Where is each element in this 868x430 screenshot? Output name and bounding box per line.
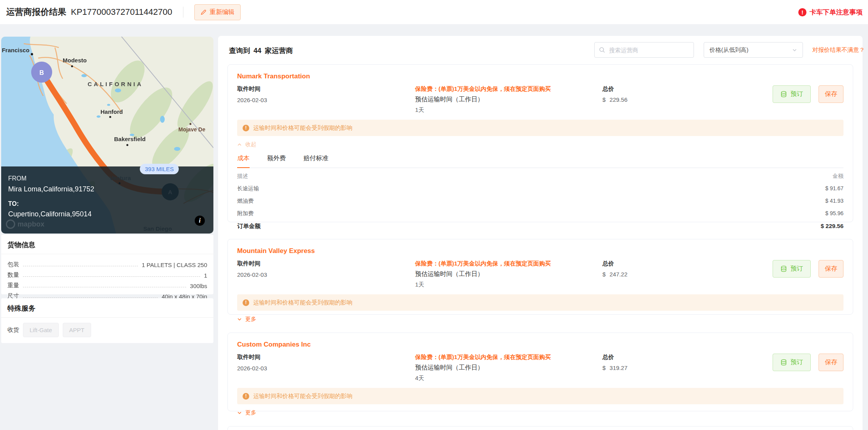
re-edit-label: 重新编辑	[210, 8, 234, 16]
book-button[interactable]: 预订	[773, 85, 811, 103]
chevron-down-icon	[237, 317, 242, 322]
warning-icon: !	[243, 299, 249, 306]
truck-order-notice-label: 卡车下单注意事项	[810, 8, 863, 17]
tag-lift-gate: Lift-Gate	[23, 323, 59, 337]
tab-cost[interactable]: 成本	[237, 154, 250, 168]
expand-toggle[interactable]: 更多	[237, 316, 256, 323]
pickup-time-label: 取件时间	[237, 354, 415, 361]
special-services-title: 特殊服务	[1, 298, 213, 318]
cost-table-header: 描述金额	[237, 170, 843, 182]
cargo-info-card: 货物信息 包装1 PALLETS | CLASS 250 数量1 重量300lb…	[1, 235, 213, 294]
re-edit-button[interactable]: 重新编辑	[194, 4, 241, 20]
book-button[interactable]: 预订	[773, 354, 811, 371]
to-label: TO:	[8, 200, 206, 207]
coins-icon	[780, 91, 787, 97]
holiday-warning: ! 运输时间和价格可能会受到假期的影响	[237, 294, 843, 311]
results-count: 44	[254, 47, 261, 55]
pickup-date: 2026-02-03	[237, 271, 415, 278]
book-label: 预订	[791, 90, 803, 98]
distance-badge: 393 MILES	[140, 164, 179, 174]
insurance-note: 保险费：(单票)1万美金以内免保，须在预定页面购买	[415, 85, 602, 93]
alert-icon: !	[798, 8, 806, 16]
order-id: KP1770003727011442700	[71, 7, 172, 17]
carrier-search[interactable]	[594, 42, 694, 58]
carrier-card-partial	[227, 426, 853, 430]
special-services-card: 特殊服务 收货 Lift-Gate APPT	[1, 298, 213, 343]
search-input[interactable]	[608, 46, 689, 54]
carrier-name: Numark Transportation	[237, 73, 843, 80]
total-price-value: $319.27	[602, 365, 747, 371]
save-button[interactable]: 保存	[819, 85, 843, 103]
sort-select-value: 价格(从低到高)	[710, 46, 748, 54]
to-address: Cupertino,California,95014	[8, 210, 206, 218]
cost-row-total: 订单金额$ 229.56	[237, 220, 843, 233]
warning-icon: !	[243, 393, 249, 400]
total-price-label: 总价	[602, 260, 747, 267]
chevron-down-icon	[792, 48, 797, 53]
pickup-time-label: 取件时间	[237, 260, 415, 267]
chevron-up-icon	[237, 142, 242, 147]
cargo-row-quantity: 数量1	[7, 268, 207, 279]
carrier-name: Custom Companies Inc	[237, 341, 843, 349]
label-modesto: Modesto	[63, 57, 87, 64]
save-button[interactable]: 保存	[819, 260, 843, 278]
cost-row-surcharge: 附加费$ 95.96	[237, 207, 843, 220]
book-label: 预订	[791, 358, 803, 366]
tab-compensation[interactable]: 赔付标准	[303, 154, 328, 168]
insurance-note: 保险费：(单票)1万美金以内免保，须在预定页面购买	[415, 260, 602, 267]
total-price-label: 总价	[602, 85, 747, 93]
warning-icon: !	[243, 125, 249, 131]
transit-time-label: 预估运输时间（工作日）	[415, 364, 602, 372]
results-summary: 查询到44家运营商	[229, 46, 293, 55]
book-button[interactable]: 预订	[773, 260, 811, 278]
svg-text:B: B	[39, 69, 44, 76]
cost-row-linehaul: 长途运输$ 91.67	[237, 182, 843, 195]
total-price-value: $229.56	[602, 96, 747, 103]
pickup-time-label: 取件时间	[237, 85, 415, 93]
marker-b: B	[31, 62, 52, 83]
total-price-label: 总价	[602, 354, 747, 361]
sort-select[interactable]: 价格(从低到高)	[704, 42, 803, 58]
save-button[interactable]: 保存	[819, 354, 843, 371]
cargo-row-weight: 重量300lbs	[7, 279, 207, 289]
carrier-card: Custom Companies Inc 取件时间 2026-02-03 保险费…	[227, 333, 853, 411]
label-hanford: Hanford	[100, 108, 123, 115]
insurance-note: 保险费：(单票)1万美金以内免保，须在预定页面购买	[415, 354, 602, 361]
coins-icon	[780, 265, 787, 272]
truck-order-notice-link[interactable]: ! 卡车下单注意事项	[798, 8, 863, 17]
carrier-name: Mountain Valley Express	[237, 247, 843, 255]
route-map[interactable]: A B San Francisco Modesto CALIFORNIA Han…	[1, 37, 213, 234]
transit-days: 1天	[415, 106, 602, 114]
pencil-icon	[201, 9, 206, 15]
carrier-card: Numark Transportation 取件时间 2026-02-03 保险…	[227, 64, 853, 222]
tab-extra-fees[interactable]: 额外费	[267, 154, 286, 168]
tag-appt: APPT	[63, 323, 91, 337]
label-mojave: Mojave De	[178, 126, 205, 133]
cargo-info-title: 货物信息	[1, 235, 213, 254]
total-price-value: $247.22	[602, 271, 747, 278]
from-label: FROM	[8, 175, 206, 182]
feedback-link[interactable]: 对报价结果不满意？	[812, 46, 865, 54]
quote-results-page: 运营商报价结果 KP1770003727011442700 重新编辑 ! 卡车下…	[0, 0, 868, 430]
transit-time-label: 预估运输时间（工作日）	[415, 96, 602, 104]
collapse-toggle[interactable]: 收起	[237, 141, 256, 148]
label-bakersfield: Bakersfield	[114, 136, 146, 142]
pickup-date: 2026-02-03	[237, 97, 415, 103]
transit-time-label: 预估运输时间（工作日）	[415, 270, 602, 278]
holiday-warning: ! 运输时间和价格可能会受到假期的影响	[237, 388, 843, 404]
divider	[183, 7, 183, 18]
expand-toggle[interactable]: 更多	[237, 409, 256, 416]
transit-days: 4天	[415, 375, 602, 382]
cost-row-fuel: 燃油费$ 41.93	[237, 195, 843, 207]
delivery-label: 收货	[7, 326, 19, 334]
carrier-card: Mountain Valley Express 取件时间 2026-02-03 …	[227, 239, 853, 315]
book-label: 预订	[791, 265, 803, 273]
from-address: Mira Loma,California,91752	[8, 185, 206, 193]
label-san-francisco: San Francisco	[1, 47, 30, 53]
holiday-warning: ! 运输时间和价格可能会受到假期的影响	[237, 120, 843, 136]
top-bar: 运营商报价结果 KP1770003727011442700 重新编辑 ! 卡车下…	[0, 0, 868, 24]
map-info-icon[interactable]: i	[195, 216, 205, 226]
chevron-down-icon	[237, 411, 242, 415]
transit-days: 1天	[415, 281, 602, 288]
label-california: CALIFORNIA	[88, 81, 143, 87]
